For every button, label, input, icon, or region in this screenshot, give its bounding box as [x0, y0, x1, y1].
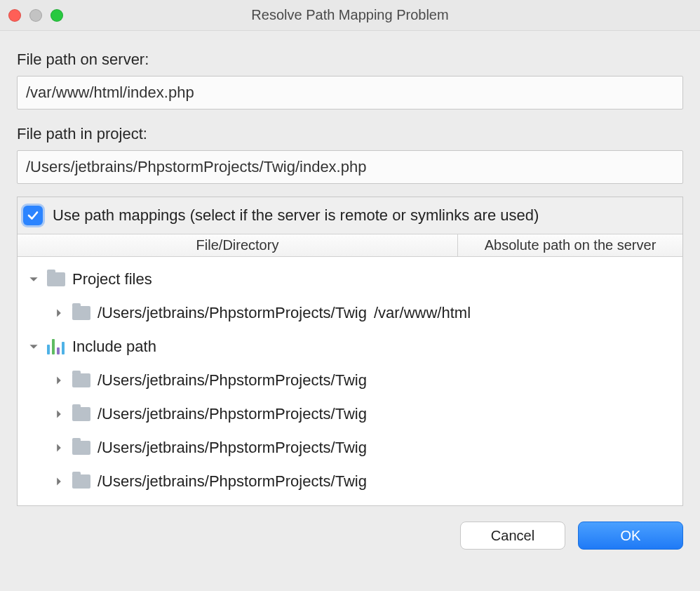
window-controls — [8, 9, 63, 22]
tree-row[interactable]: Project files — [20, 263, 680, 296]
folder-icon — [72, 474, 90, 489]
chevron-right-icon[interactable] — [51, 406, 67, 422]
folder-icon — [72, 373, 90, 388]
chevron-down-icon[interactable] — [26, 272, 41, 287]
folder-icon — [47, 272, 65, 287]
tree-row[interactable]: /Users/jetbrains/PhpstormProjects/Twig — [20, 397, 680, 431]
close-window-button[interactable] — [8, 9, 21, 22]
mappings-tree[interactable]: Project files/Users/jetbrains/PhpstormPr… — [18, 257, 682, 505]
chevron-right-icon[interactable] — [51, 474, 67, 489]
tree-row-label: /Users/jetbrains/PhpstormProjects/Twig — [97, 304, 367, 322]
tree-row-label: /Users/jetbrains/PhpstormProjects/Twig — [97, 405, 367, 423]
server-path-input[interactable] — [17, 76, 683, 109]
ok-button[interactable]: OK — [578, 522, 683, 550]
window-title: Resolve Path Mapping Problem — [0, 7, 700, 23]
chevron-right-icon[interactable] — [51, 440, 67, 456]
dialog-content: File path on server: File path in projec… — [0, 31, 700, 506]
mappings-table-header: File/Directory Absolute path on the serv… — [18, 234, 682, 257]
titlebar: Resolve Path Mapping Problem — [0, 0, 700, 31]
column-absolute-path[interactable]: Absolute path on the server — [458, 234, 682, 256]
chevron-right-icon[interactable] — [51, 373, 67, 388]
folder-icon — [72, 406, 90, 422]
tree-row[interactable]: /Users/jetbrains/PhpstormProjects/Twig — [20, 431, 680, 465]
tree-row-label: /Users/jetbrains/PhpstormProjects/Twig — [97, 472, 367, 491]
folder-icon — [72, 305, 90, 321]
server-path-label: File path on server: — [17, 51, 683, 69]
project-path-input[interactable] — [17, 150, 683, 184]
tree-row[interactable]: /Users/jetbrains/PhpstormProjects/Twig — [20, 364, 680, 397]
path-mappings-panel: Use path mappings (select if the server … — [17, 197, 683, 506]
chevron-right-icon[interactable] — [51, 305, 67, 321]
tree-row[interactable]: /Users/jetbrains/PhpstormProjects/Twig/v… — [20, 296, 680, 330]
chevron-down-icon[interactable] — [26, 339, 41, 354]
use-path-mappings-label: Use path mappings (select if the server … — [53, 206, 539, 225]
dialog-footer: Cancel OK — [0, 506, 700, 550]
tree-row-label: Project files — [72, 270, 152, 288]
use-path-mappings-checkbox[interactable] — [23, 206, 43, 225]
tree-row[interactable]: /Users/jetbrains/PhpstormProjects/Twig — [20, 465, 680, 498]
tree-row-label: /Users/jetbrains/PhpstormProjects/Twig — [97, 371, 367, 390]
zoom-window-button[interactable] — [51, 9, 63, 22]
folder-icon — [72, 440, 90, 456]
minimize-window-button[interactable] — [29, 9, 42, 22]
tree-row-server-path: /var/www/html — [374, 304, 471, 322]
tree-row[interactable]: Include path — [20, 330, 680, 364]
tree-row-label: Include path — [72, 338, 156, 356]
include-path-icon — [47, 339, 65, 354]
column-file-directory[interactable]: File/Directory — [18, 234, 458, 256]
checkmark-icon — [27, 209, 39, 222]
cancel-button[interactable]: Cancel — [460, 522, 565, 550]
tree-row-label: /Users/jetbrains/PhpstormProjects/Twig — [97, 439, 367, 457]
project-path-label: File path in project: — [17, 125, 683, 143]
use-path-mappings-row[interactable]: Use path mappings (select if the server … — [18, 197, 682, 234]
